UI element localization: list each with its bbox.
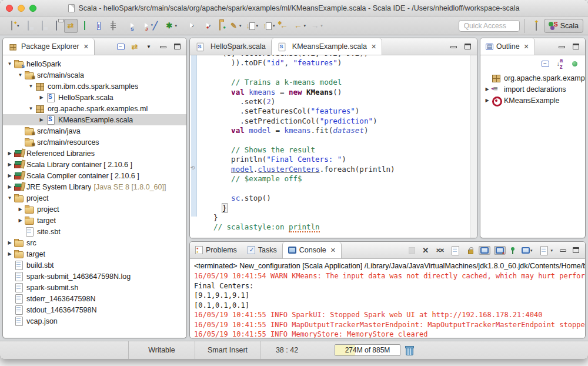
quick-access-input[interactable] xyxy=(459,20,520,32)
expanded-arrow-icon[interactable]: ▼ xyxy=(26,106,35,111)
pin-console-button[interactable] xyxy=(509,248,516,252)
print-button[interactable] xyxy=(50,19,64,33)
terminate-button[interactable] xyxy=(407,246,417,255)
collapsed-arrow-icon[interactable]: ▶ xyxy=(5,151,14,156)
tree-item-vcap-json[interactable]: vcap.json xyxy=(3,315,186,327)
close-window-button[interactable] xyxy=(6,5,13,12)
clear-console-button[interactable] xyxy=(449,245,463,256)
expanded-arrow-icon[interactable]: ▼ xyxy=(16,72,25,78)
tree-item-build-sbt[interactable]: build.sbt xyxy=(3,259,186,271)
expanded-arrow-icon[interactable]: ▼ xyxy=(5,195,14,201)
collapsed-arrow-icon[interactable]: ▶ xyxy=(5,173,14,178)
minimize-button[interactable] xyxy=(558,245,567,255)
display-console-button[interactable]: ▾ xyxy=(520,246,534,255)
last-edit-location-button[interactable]: ← xyxy=(278,19,291,33)
expanded-arrow-icon[interactable]: ▼ xyxy=(26,84,35,89)
refresh-button[interactable]: ⇄ xyxy=(64,19,78,33)
tree-item-org-apache-spark-examples-ml[interactable]: org.apache.spark.examples.ml xyxy=(480,72,585,84)
info-button[interactable]: i xyxy=(92,19,106,33)
code-editor[interactable]: ⟲ (6, Vectors.dense(9.2, 9.2, 9.2)) )).t… xyxy=(190,55,477,238)
format-dropdown[interactable]: ▾ xyxy=(239,24,242,28)
tree-item-stdout-1463647598n[interactable]: stdout_1463647598N xyxy=(3,304,186,315)
run-external-button[interactable]: ▾ xyxy=(196,19,213,33)
open-run-config-button[interactable] xyxy=(213,19,226,33)
tree-item-org-apache-spark-examples-ml[interactable]: ▼org.apache.spark.examples.ml xyxy=(3,103,186,114)
tree-item-src-main-java[interactable]: ⊞src/main/java xyxy=(3,125,186,137)
collapsed-arrow-icon[interactable]: ▶ xyxy=(5,162,14,167)
new-wizard-button[interactable]: ▾ xyxy=(5,19,21,33)
tree-item-project[interactable]: ▶project xyxy=(3,204,186,215)
debug-button[interactable]: ✱▾ xyxy=(163,19,179,33)
run-button[interactable]: ▾ xyxy=(179,19,196,33)
tree-item-src-main-resources[interactable]: ⊞src/main/resources xyxy=(3,137,186,148)
console-view-tab-tasks[interactable]: Tasks xyxy=(242,242,282,258)
format-button[interactable]: ▾ xyxy=(227,19,243,33)
tree-item-site-sbt[interactable]: site.sbt xyxy=(3,226,186,237)
link-with-editor-button[interactable]: ⇄ xyxy=(130,42,139,51)
tree-item-kmeansexample-scala[interactable]: ▶KMeansExample.scala xyxy=(3,114,186,125)
expanded-arrow-icon[interactable]: ▼ xyxy=(5,61,14,66)
collapsed-arrow-icon[interactable]: ▶ xyxy=(483,86,492,92)
tree-item-spark-submit-1463647598n-log[interactable]: spark-submit_1463647598N.log xyxy=(3,271,186,282)
outline-collapse-all-button[interactable]: − xyxy=(540,59,550,68)
tree-item-import-declarations[interactable]: ▶import declarations xyxy=(480,84,585,95)
remove-all-terminated-button[interactable]: ✕✕ xyxy=(434,246,445,255)
import-button[interactable]: ▾ xyxy=(244,19,260,33)
open-console-button[interactable]: ▾ xyxy=(537,245,554,256)
save-button[interactable] xyxy=(22,19,35,33)
tree-item-stderr-1463647598n[interactable]: stderr_1463647598N xyxy=(3,293,186,304)
run-scala-app-button[interactable]: S xyxy=(121,19,134,33)
remove-launch-button[interactable]: ✕ xyxy=(420,245,430,256)
maximize-button[interactable] xyxy=(172,42,182,51)
tree-item-hellospark-scala[interactable]: ▶HelloSpark.scala xyxy=(3,92,186,103)
scala-perspective-button[interactable]: S Scala xyxy=(544,19,583,33)
tree-item-spark-submit-sh[interactable]: spark-submit.sh xyxy=(3,282,186,293)
tree-item-hellospark[interactable]: ▼ShelloSpark xyxy=(3,58,186,69)
collapsed-arrow-icon[interactable]: ▶ xyxy=(5,240,14,245)
debug-dropdown[interactable]: ▾ xyxy=(175,24,178,28)
tree-item-target[interactable]: ▶target xyxy=(3,215,186,226)
collapsed-arrow-icon[interactable]: ▶ xyxy=(37,117,46,122)
display-console-dropdown[interactable]: ▾ xyxy=(530,248,533,252)
tab-package-explorer[interactable]: Package Explorer ✕ xyxy=(3,38,95,55)
minimize-button[interactable] xyxy=(449,42,458,51)
collapsed-arrow-icon[interactable]: ▶ xyxy=(16,218,25,223)
console-view-tab-console[interactable]: Console✕ xyxy=(282,242,342,258)
tree-item-scala-compiler-container-2-10-6[interactable]: ▶Scala Compiler container [ 2.10.6 ] xyxy=(3,170,186,181)
forward-button[interactable]: →▾ xyxy=(308,19,325,33)
tree-item-target[interactable]: ▶target xyxy=(3,248,186,259)
back-dropdown[interactable]: ▾ xyxy=(304,24,306,28)
run-junit-button[interactable]: J xyxy=(135,19,148,33)
hide-fields-button[interactable] xyxy=(570,59,579,68)
build-button[interactable] xyxy=(78,19,92,33)
tree-item-kmeansexample[interactable]: ▶KMeansExample xyxy=(480,95,585,106)
save-all-button[interactable] xyxy=(36,19,49,33)
editor-tab-hellospark-scala[interactable]: HelloSpark.scala xyxy=(190,38,271,55)
show-stderr-button[interactable] xyxy=(494,246,506,255)
close-icon[interactable]: ✕ xyxy=(371,43,376,51)
forward-dropdown[interactable]: ▾ xyxy=(320,24,323,28)
console-view-tab-problems[interactable]: Problems xyxy=(190,242,242,258)
view-menu-button[interactable]: ▼ xyxy=(144,42,153,51)
tree-item-scala-library-container-2-10-6[interactable]: ▶Scala Library container [ 2.10.6 ] xyxy=(3,159,186,170)
collapsed-arrow-icon[interactable]: ▶ xyxy=(5,251,14,257)
close-icon[interactable]: ✕ xyxy=(83,43,89,51)
open-type-button[interactable] xyxy=(106,19,120,33)
maximize-button[interactable] xyxy=(463,42,472,51)
maximize-button[interactable] xyxy=(571,245,580,255)
minimize-button[interactable] xyxy=(557,42,566,51)
mark-occurrences-button[interactable] xyxy=(149,19,162,33)
tab-outline[interactable]: ▤ Outline ✕ xyxy=(480,38,535,55)
open-console-dropdown[interactable]: ▾ xyxy=(550,248,553,252)
close-icon[interactable]: ✕ xyxy=(330,247,336,254)
collapsed-arrow-icon[interactable]: ▶ xyxy=(483,98,492,103)
collapsed-arrow-icon[interactable]: ▶ xyxy=(16,207,25,212)
back-button[interactable]: ←▾ xyxy=(292,19,308,33)
tree-item-jre-system-library[interactable]: ▶JRE System Library[Java SE 8 [1.8.0_60]… xyxy=(3,181,186,192)
maximize-button[interactable] xyxy=(571,42,580,51)
sort-button[interactable]: ↓az xyxy=(555,59,564,68)
collapsed-arrow-icon[interactable]: ▶ xyxy=(5,184,14,189)
tree-item-src-main-scala[interactable]: ▼⊞src/main/scala xyxy=(3,69,186,81)
minimize-window-button[interactable] xyxy=(18,5,25,12)
open-perspective-button[interactable] xyxy=(530,19,543,33)
